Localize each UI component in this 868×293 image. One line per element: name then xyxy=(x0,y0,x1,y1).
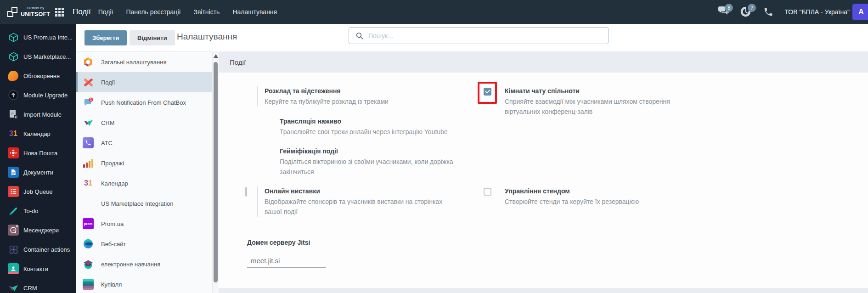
sidebar-item-label: Import Module xyxy=(23,111,62,118)
general-settings-icon xyxy=(83,56,94,68)
user-avatar[interactable]: A xyxy=(852,4,868,20)
unitsoft-logo[interactable]: Custom by UNITSOFT xyxy=(7,6,51,17)
settings-nav-general[interactable]: Загальні налаштування xyxy=(76,52,212,72)
push-notification-icon: 1 xyxy=(83,97,94,108)
sidebar-item-label: To-do xyxy=(23,208,39,214)
sidebar-item-import-module[interactable]: Import Module xyxy=(0,105,76,124)
crm-icon xyxy=(8,282,19,293)
sidebar-item-label: Container actions xyxy=(23,246,70,253)
setting-label[interactable]: Трансляція наживо xyxy=(280,117,469,126)
sidebar-item-calendar[interactable]: 31 Календар xyxy=(0,124,76,143)
search-icon xyxy=(355,32,364,40)
nova-poshta-icon xyxy=(8,147,19,158)
setting-description: Поділіться вікториною зі своїми учасника… xyxy=(280,157,469,177)
settings-nav: Загальні налаштування Події 1 Push Notif… xyxy=(76,51,212,293)
sidebar-item-contacts[interactable]: Контакти xyxy=(0,259,76,278)
online-exhibitions-checkbox[interactable] xyxy=(245,187,247,197)
todo-icon xyxy=(8,205,19,216)
apps-menu-icon[interactable] xyxy=(55,8,64,17)
settings-nav-label: CRM xyxy=(101,119,115,126)
phone-icon xyxy=(763,7,773,17)
scrollbar-up-arrow-icon[interactable] xyxy=(214,54,218,58)
settings-nav-label: електронне навчання xyxy=(101,261,160,268)
contacts-icon xyxy=(8,263,19,274)
jitsi-domain-field: Домен серверу Jitsi xyxy=(247,239,326,268)
settings-nav-label: Загальні налаштування xyxy=(101,59,166,66)
sidebar-item-nova-poshta[interactable]: Нова Пошта xyxy=(0,143,76,163)
sidebar-item-todo[interactable]: To-do xyxy=(0,201,76,220)
events-icon xyxy=(83,77,94,88)
phone-button[interactable] xyxy=(763,7,773,17)
setting-label[interactable]: Кімнати чату спільноти xyxy=(505,86,682,96)
setting-label[interactable]: Онлайн виставки xyxy=(265,186,450,196)
settings-nav-events[interactable]: Події xyxy=(76,72,212,92)
settings-nav-prom-ua[interactable]: prom Prom.ua xyxy=(76,214,212,234)
settings-nav-push-notification[interactable]: 1 Push Notification From ChatBox xyxy=(76,92,212,113)
settings-nav-website[interactable]: Веб-сайт xyxy=(76,234,212,254)
sidebar-item-label: Нова Пошта xyxy=(23,150,57,157)
sidebar-item-crm[interactable]: CRM xyxy=(0,278,76,293)
svg-text:1: 1 xyxy=(90,98,92,101)
unitsoft-logo-icon xyxy=(7,7,17,17)
current-app-name[interactable]: Події xyxy=(73,7,91,17)
settings-nav-label: Купівля xyxy=(101,281,122,288)
sidebar-item-label: Обговорення xyxy=(23,73,60,79)
setting-event-gamification: Гейміфікація події Поділіться вікториною… xyxy=(265,146,469,177)
discuss-icon xyxy=(8,70,19,81)
settings-nav-label: US Marketplace Integration xyxy=(101,200,174,207)
setting-label[interactable]: Гейміфікація події xyxy=(280,146,469,156)
setting-online-exhibitions: Онлайн виставки Відображайте спонсорів т… xyxy=(245,186,450,217)
crm-icon xyxy=(83,117,94,128)
settings-nav-elearning[interactable]: електронне навчання xyxy=(76,254,212,274)
search-box[interactable] xyxy=(349,27,609,44)
scrollbar-thumb[interactable] xyxy=(214,62,218,282)
topbar-menu-registration-panel[interactable]: Панель реєстрації xyxy=(126,8,180,16)
sidebar-item-module-upgrade[interactable]: Module Upgrade xyxy=(0,85,76,105)
topbar-menu-reporting[interactable]: Звітність xyxy=(193,8,220,16)
booth-management-checkbox[interactable] xyxy=(484,188,491,196)
discard-button[interactable]: Відмінити xyxy=(130,30,175,45)
community-chat-rooms-checkbox[interactable] xyxy=(484,88,491,96)
settings-nav-purchase[interactable]: Купівля xyxy=(76,274,212,293)
sidebar-item-label: US Marketplace... xyxy=(23,53,71,60)
setting-description: Керуйте та публікуйте розклад із треками xyxy=(265,96,441,107)
search-input[interactable] xyxy=(368,32,589,39)
activities-count-badge: 7 xyxy=(748,4,756,12)
messages-button[interactable]: 8 xyxy=(717,6,729,17)
topbar-menu-settings[interactable]: Налаштування xyxy=(232,8,277,16)
calendar-icon: 31 xyxy=(8,128,19,139)
calendar-icon: 31 xyxy=(83,178,94,189)
sidebar-item-documents[interactable]: Документи xyxy=(0,163,76,182)
settings-nav-label: Push Notification From ChatBox xyxy=(101,99,186,106)
app-sidebar: US Prom.ua Inte... US Marketplace... Обг… xyxy=(0,24,76,293)
sidebar-item-us-prom-ua[interactable]: US Prom.ua Inte... xyxy=(0,28,76,47)
sidebar-item-messengers[interactable]: Месенджери xyxy=(0,220,76,240)
settings-nav-label: АТС xyxy=(101,140,113,146)
settings-nav-ats[interactable]: АТС xyxy=(76,133,212,153)
settings-nav-label: Календар xyxy=(101,180,128,187)
settings-nav-crm[interactable]: CRM xyxy=(76,113,212,133)
ats-phone-icon xyxy=(83,137,94,148)
settings-nav-us-marketplace[interactable]: US Marketplace Integration xyxy=(76,193,212,214)
setting-label[interactable]: Управління стендом xyxy=(505,186,682,196)
setting-description: Транслюйте свої треки онлайн через інтег… xyxy=(280,127,469,137)
jitsi-domain-label: Домен серверу Jitsi xyxy=(247,239,326,246)
website-globe-icon xyxy=(83,238,94,249)
settings-nav-sales[interactable]: Продажі xyxy=(76,153,212,173)
topbar-menu-events[interactable]: Події xyxy=(98,8,113,16)
jitsi-domain-input[interactable] xyxy=(247,256,326,268)
save-button[interactable]: Зберегти xyxy=(85,30,127,45)
settings-nav-calendar[interactable]: 31 Календар xyxy=(76,173,212,193)
settings-nav-scrollbar xyxy=(212,51,219,293)
sidebar-item-discuss[interactable]: Обговорення xyxy=(0,66,76,85)
sidebar-item-job-queue[interactable]: Job Queue xyxy=(0,182,76,201)
setting-label[interactable]: Розклад та відстеження xyxy=(265,86,441,96)
sidebar-item-label: Job Queue xyxy=(23,188,53,195)
setting-schedule-tracks: Розклад та відстеження Керуйте та публік… xyxy=(245,86,441,107)
sidebar-item-container-actions[interactable]: Container actions xyxy=(0,240,76,259)
sidebar-item-label: Документи xyxy=(23,169,53,176)
activities-button[interactable]: 7 xyxy=(740,6,752,17)
settings-nav-label: Продажі xyxy=(101,160,124,167)
company-menu[interactable]: ТОВ "БПЛА - Україна" xyxy=(784,8,850,16)
sidebar-item-us-marketplace[interactable]: US Marketplace... xyxy=(0,47,76,66)
